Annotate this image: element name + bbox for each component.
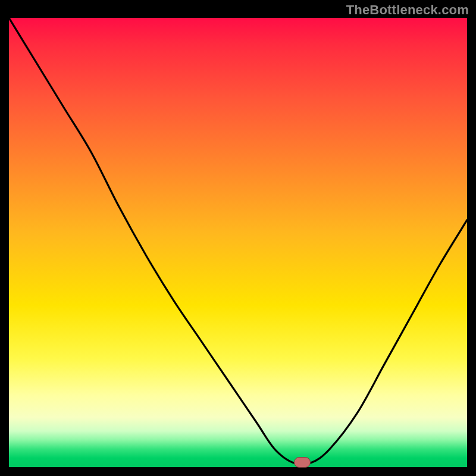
optimal-point-marker — [294, 457, 311, 468]
watermark-text: TheBottleneck.com — [346, 2, 469, 18]
bottleneck-curve — [9, 18, 467, 467]
plot-area — [9, 18, 467, 467]
chart-stage: TheBottleneck.com — [0, 0, 476, 476]
